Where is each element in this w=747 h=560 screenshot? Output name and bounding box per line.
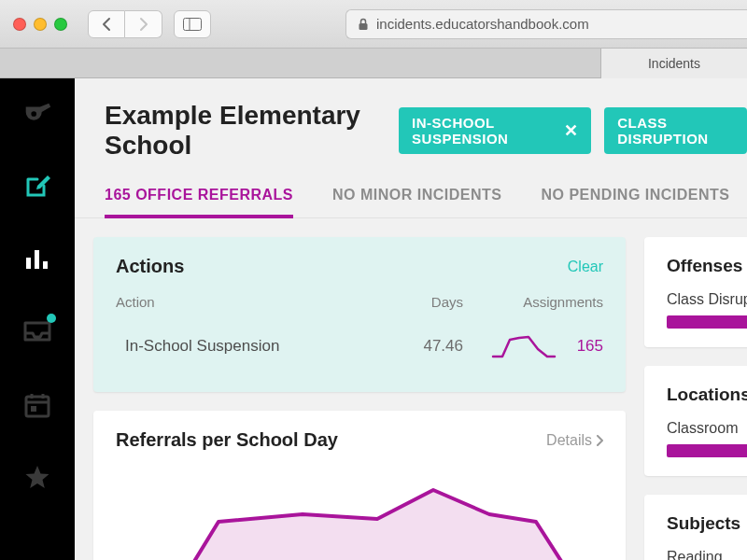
filter-pill-iss[interactable]: IN-SCHOOL SUSPENSION ✕ (399, 107, 591, 154)
details-button[interactable]: Details (546, 432, 603, 449)
offenses-card: Offenses Class Disruption (644, 237, 747, 347)
location-bar (667, 444, 747, 457)
tab-pending-incidents[interactable]: NO PENDING INCIDENTS (541, 187, 729, 217)
chevron-right-icon (596, 435, 603, 446)
offense-bar (667, 315, 747, 329)
main-content: Example Elementary School IN-SCHOOL SUSP… (75, 78, 747, 560)
svg-rect-11 (31, 406, 36, 412)
compose-icon[interactable] (21, 170, 54, 203)
card-title: Actions (116, 256, 184, 277)
sidebar-toggle-button[interactable] (174, 10, 211, 38)
card-title: Offenses (667, 256, 747, 276)
report-tabs: 165 OFFICE REFERRALS NO MINOR INCIDENTS … (75, 161, 747, 218)
browser-tab[interactable]: Incidents (600, 49, 747, 78)
subjects-card: Subjects Reading (644, 495, 747, 560)
notification-dot-icon (47, 314, 56, 323)
star-icon[interactable] (21, 461, 54, 495)
browser-tab-bar: Incidents (0, 49, 747, 78)
tab-minor-incidents[interactable]: NO MINOR INCIDENTS (332, 187, 501, 217)
action-days: 47.46 (379, 337, 463, 356)
card-title: Locations (667, 385, 747, 405)
forward-button[interactable] (125, 10, 162, 38)
page-title: Example Elementary School (105, 101, 386, 161)
col-days: Days (379, 294, 463, 310)
window-controls (13, 18, 67, 31)
col-action: Action (116, 294, 379, 310)
svg-point-3 (31, 111, 36, 117)
sparkline (463, 332, 557, 360)
sidebar (0, 78, 75, 560)
panels: Actions Clear Action Days Assignments In… (75, 218, 747, 560)
card-title: Subjects (667, 513, 747, 534)
referrals-per-day-card: Referrals per School Day Details (93, 411, 626, 560)
referrals-chart (116, 468, 603, 560)
filter-pill-class-disruption[interactable]: CLASS DISRUPTION (604, 107, 747, 154)
action-name: In-School Suspension (116, 337, 379, 356)
svg-rect-2 (359, 23, 368, 30)
close-icon[interactable]: ✕ (564, 122, 579, 139)
svg-rect-7 (26, 397, 49, 416)
filter-pill-label: CLASS DISRUPTION (617, 115, 734, 147)
col-assignments: Assignments (463, 294, 603, 310)
svg-rect-0 (184, 18, 202, 30)
filter-pill-label: IN-SCHOOL SUSPENSION (412, 115, 555, 147)
card-title: Referrals per School Day (116, 429, 338, 451)
url-bar[interactable]: incidents.educatorshandbook.com (345, 9, 747, 39)
subject-item[interactable]: Reading (667, 549, 747, 560)
table-row[interactable]: In-School Suspension 47.46 165 (116, 319, 603, 373)
close-window-icon[interactable] (13, 18, 26, 31)
fullscreen-window-icon[interactable] (54, 18, 67, 31)
lock-icon (358, 18, 369, 31)
inbox-icon[interactable] (21, 315, 54, 349)
svg-rect-5 (35, 250, 39, 269)
page-header: Example Elementary School IN-SCHOOL SUSP… (75, 78, 747, 161)
calendar-icon[interactable] (21, 388, 54, 422)
location-item[interactable]: Classroom (667, 420, 747, 437)
actions-table-header: Action Days Assignments (116, 294, 603, 319)
url-text: incidents.educatorshandbook.com (376, 16, 589, 32)
svg-rect-6 (43, 261, 48, 269)
clear-button[interactable]: Clear (568, 259, 603, 275)
offense-item[interactable]: Class Disruption (667, 291, 747, 308)
tab-office-referrals[interactable]: 165 OFFICE REFERRALS (105, 187, 293, 218)
action-count: 165 (557, 337, 603, 356)
back-button[interactable] (88, 10, 125, 38)
svg-rect-4 (26, 258, 31, 269)
svg-marker-12 (116, 490, 620, 560)
whistle-icon[interactable] (21, 97, 54, 131)
bar-chart-icon[interactable] (21, 243, 54, 276)
browser-toolbar: incidents.educatorshandbook.com (0, 0, 747, 49)
tab-title: Incidents (648, 56, 700, 71)
actions-card: Actions Clear Action Days Assignments In… (93, 237, 626, 392)
app-root: Example Elementary School IN-SCHOOL SUSP… (0, 78, 747, 560)
locations-card: Locations Classroom (644, 366, 747, 476)
nav-buttons (88, 10, 162, 38)
minimize-window-icon[interactable] (34, 18, 47, 31)
